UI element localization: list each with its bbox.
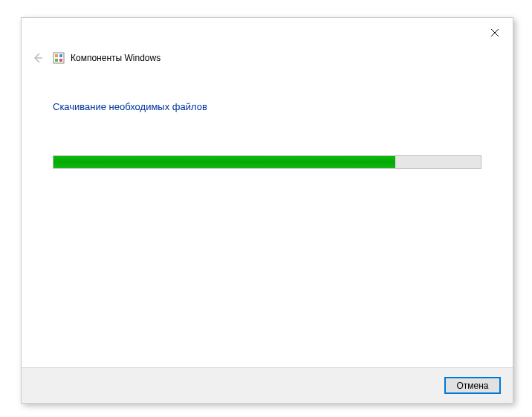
dialog-window: Компоненты Windows Скачивание необходимы… (21, 17, 513, 404)
content-area: Скачивание необходимых файлов (22, 68, 513, 367)
titlebar (22, 18, 513, 48)
progress-fill (53, 156, 395, 168)
close-button[interactable] (483, 24, 507, 42)
svg-rect-4 (55, 54, 58, 57)
svg-rect-5 (59, 54, 62, 57)
footer: Отмена (22, 367, 513, 403)
close-icon (491, 29, 499, 36)
dialog-title: Компоненты Windows (71, 53, 160, 63)
header-row: Компоненты Windows (22, 48, 513, 68)
cancel-button[interactable]: Отмена (444, 377, 501, 394)
windows-features-icon (53, 52, 65, 64)
svg-rect-6 (55, 59, 58, 62)
progress-bar (53, 155, 481, 169)
status-text: Скачивание необходимых файлов (53, 101, 481, 112)
back-arrow-icon (32, 52, 44, 64)
svg-rect-7 (59, 59, 62, 62)
back-button (29, 49, 47, 67)
